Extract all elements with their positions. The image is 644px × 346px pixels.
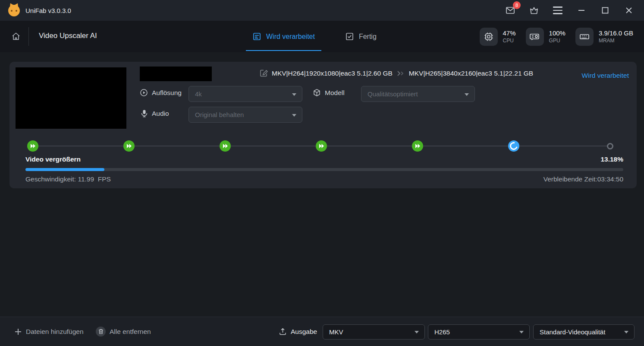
step-done-fastforward-icon [412,140,423,152]
maximize-icon [600,6,610,15]
cpu-value: 47% [503,29,516,37]
minimize-button[interactable] [576,5,587,16]
step-current-spinner-icon [508,140,519,152]
step-pending-dot [604,140,616,152]
progress-percent: 13.18% [600,156,623,163]
chevron-down-icon [292,93,296,96]
progress-steps [27,140,616,152]
plus-icon [14,328,22,336]
model-field-label: Modell [313,89,345,97]
trash-icon [96,327,106,336]
output-label: Ausgabe [291,328,317,336]
home-button[interactable] [11,31,21,41]
add-files-button[interactable]: Dateien hinzufügen [14,317,84,346]
title-bar: UniFab v3.0.3.0 8 [0,0,644,21]
rename-icon[interactable] [260,69,268,77]
resolution-icon [140,89,148,97]
processing-list-icon [252,32,261,41]
audio-label: Audio [152,110,169,117]
codec-value: H265 [434,328,450,336]
hamburger-icon [553,6,562,14]
ram-label: MRAM [599,38,633,44]
chevron-down-icon [292,114,296,117]
unifab-window: UniFab v3.0.3.0 8 [0,0,644,346]
export-icon [279,327,287,336]
step-done-fastforward-icon [220,140,231,152]
step-done-fastforward-icon [123,140,135,152]
microphone-icon [141,109,148,117]
resolution-label: Auflösung [152,89,182,97]
cpu-stat: 47% CPU [480,28,516,46]
gpu-icon [526,28,544,46]
close-button[interactable] [623,5,635,16]
resolution-field-label: Auflösung [140,89,182,97]
stage-label: Video vergrößern [25,156,81,163]
minimize-icon [577,6,586,15]
app-title: UniFab v3.0.3.0 [25,7,71,14]
codec-select[interactable]: H265 [428,324,530,340]
ram-stat: 3.9/16.0 GB MRAM [575,28,633,46]
step-done-fastforward-icon [316,140,327,152]
tab-finished[interactable]: Fertig [345,21,377,52]
step-done-fastforward-icon [27,140,38,152]
task-card: MKV|H264|1920x1080|eac3 5.1|2.60 GB MKV|… [9,62,637,188]
resolution-value: 4k [195,90,202,98]
model-icon [313,89,321,97]
home-icon [11,31,21,41]
resolution-select[interactable]: 4k [188,86,302,102]
quality-value: Standard-Videoqualität [540,328,605,336]
premium-button[interactable] [528,5,540,16]
video-title-redacted [140,67,212,81]
output-group: Ausgabe [279,317,317,346]
cpu-icon [480,28,498,46]
speed-text: Geschwindigkeit: 11.99 FPS [25,175,111,183]
remove-all-button[interactable]: Alle entfernen [96,317,151,346]
chevron-down-icon [465,93,469,96]
mail-badge: 8 [513,1,521,9]
main-area: MKV|H264|1920x1080|eac3 5.1|2.60 GB MKV|… [0,52,644,317]
tab-processing[interactable]: Wird verarbeitet [252,21,315,52]
model-value: Qualitätsoptimiert [368,90,418,98]
audio-select[interactable]: Original behalten [188,107,302,123]
tab-finished-label: Fertig [359,33,377,41]
source-spec: MKV|H264|1920x1080|eac3 5.1|2.60 GB [272,70,393,77]
unifab-logo-icon [8,5,20,16]
tab-bar: Wird verarbeitet Fertig [252,21,377,52]
maximize-button[interactable] [600,5,611,16]
gpu-label: GPU [549,38,565,44]
task-status: Wird verarbeitet [582,72,629,79]
container-select[interactable]: MKV [323,324,425,340]
container-value: MKV [329,328,343,336]
system-stats: 47% CPU 100% GPU [480,21,633,52]
remove-all-label: Alle entfernen [110,328,151,336]
chevron-down-icon [624,331,628,333]
footer-bar: Dateien hinzufügen Alle entfernen Ausgab… [0,317,644,346]
video-thumbnail [16,67,126,129]
model-label: Modell [325,89,345,97]
model-select[interactable]: Qualitätsoptimiert [361,86,475,102]
ram-value: 3.9/16.0 GB [599,29,633,37]
gpu-value: 100% [549,29,565,37]
page-title: Video Upscaler AI [39,32,97,40]
menu-button[interactable] [552,5,563,16]
chevron-down-icon [519,331,524,333]
target-spec: MKV|H265|3840x2160|eac3 5.1|22.21 GB [409,70,533,77]
mail-button[interactable]: 8 [505,5,516,16]
close-icon [624,6,634,15]
progress-bar [25,168,623,171]
file-info-row: MKV|H264|1920x1080|eac3 5.1|2.60 GB MKV|… [260,69,533,77]
quality-select[interactable]: Standard-Videoqualität [533,324,635,340]
transform-arrow-icon [396,70,405,76]
crown-icon [529,5,539,16]
header-bar: Video Upscaler AI Wird verarbeitet Ferti… [0,21,644,52]
add-files-label: Dateien hinzufügen [26,328,84,336]
remaining-time: Verbleibende Zeit:03:34:50 [543,175,623,183]
gpu-stat: 100% GPU [526,28,565,46]
ram-icon [575,28,594,46]
header-divider [28,27,29,46]
check-square-icon [345,32,354,41]
audio-value: Original behalten [195,111,244,118]
chevron-down-icon [415,331,419,333]
tab-processing-label: Wird verarbeitet [266,33,315,41]
progress-fill [25,168,104,171]
